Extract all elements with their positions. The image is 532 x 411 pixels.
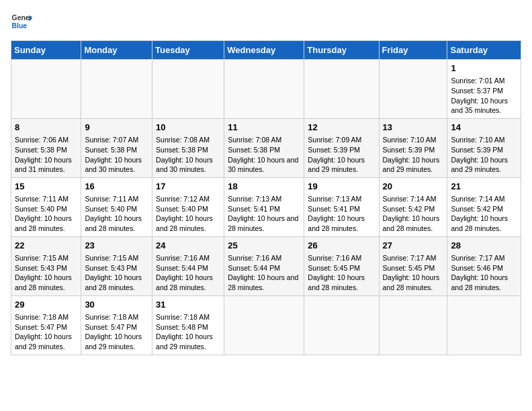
day-header-tuesday: Tuesday [152, 41, 224, 60]
calendar-cell-day-8: 8Sunrise: 7:06 AMSunset: 5:38 PMDaylight… [11, 118, 81, 177]
empty-cell [447, 295, 521, 355]
logo: General Blue [11, 11, 32, 32]
day-header-sunday: Sunday [11, 41, 81, 60]
calendar-cell-day-1: 1Sunrise: 7:01 AMSunset: 5:37 PMDaylight… [447, 60, 521, 119]
calendar-header-row: SundayMondayTuesdayWednesdayThursdayFrid… [11, 41, 521, 60]
day-header-wednesday: Wednesday [224, 41, 304, 60]
day-header-saturday: Saturday [447, 41, 521, 60]
calendar-week-row: 15Sunrise: 7:11 AMSunset: 5:40 PMDayligh… [11, 177, 521, 236]
calendar-cell-day-18: 18Sunrise: 7:13 AMSunset: 5:41 PMDayligh… [224, 177, 304, 236]
calendar-week-row: 22Sunrise: 7:15 AMSunset: 5:43 PMDayligh… [11, 236, 521, 295]
calendar-cell-day-15: 15Sunrise: 7:11 AMSunset: 5:40 PMDayligh… [11, 177, 81, 236]
logo-icon: General Blue [11, 11, 32, 32]
calendar-cell-day-23: 23Sunrise: 7:15 AMSunset: 5:43 PMDayligh… [81, 236, 152, 295]
day-header-friday: Friday [379, 41, 447, 60]
empty-cell [81, 60, 152, 119]
calendar-cell-day-30: 30Sunrise: 7:18 AMSunset: 5:47 PMDayligh… [81, 295, 152, 355]
empty-cell [224, 60, 304, 119]
day-header-monday: Monday [81, 41, 152, 60]
calendar-cell-day-20: 20Sunrise: 7:14 AMSunset: 5:42 PMDayligh… [379, 177, 447, 236]
calendar-cell-day-13: 13Sunrise: 7:10 AMSunset: 5:39 PMDayligh… [379, 118, 447, 177]
calendar-cell-day-19: 19Sunrise: 7:13 AMSunset: 5:41 PMDayligh… [304, 177, 379, 236]
calendar-cell-day-22: 22Sunrise: 7:15 AMSunset: 5:43 PMDayligh… [11, 236, 81, 295]
calendar-cell-day-24: 24Sunrise: 7:16 AMSunset: 5:44 PMDayligh… [152, 236, 224, 295]
calendar-cell-day-25: 25Sunrise: 7:16 AMSunset: 5:44 PMDayligh… [224, 236, 304, 295]
calendar-cell-day-14: 14Sunrise: 7:10 AMSunset: 5:39 PMDayligh… [447, 118, 521, 177]
empty-cell [379, 60, 447, 119]
calendar-cell-day-21: 21Sunrise: 7:14 AMSunset: 5:42 PMDayligh… [447, 177, 521, 236]
calendar-cell-day-9: 9Sunrise: 7:07 AMSunset: 5:38 PMDaylight… [81, 118, 152, 177]
calendar-cell-day-17: 17Sunrise: 7:12 AMSunset: 5:40 PMDayligh… [152, 177, 224, 236]
empty-cell [11, 60, 81, 119]
empty-cell [152, 60, 224, 119]
calendar-week-row: 1Sunrise: 7:01 AMSunset: 5:37 PMDaylight… [11, 60, 521, 119]
svg-text:Blue: Blue [12, 22, 28, 30]
calendar-week-row: 8Sunrise: 7:06 AMSunset: 5:38 PMDaylight… [11, 118, 521, 177]
calendar-table: SundayMondayTuesdayWednesdayThursdayFrid… [11, 40, 521, 355]
calendar-cell-day-31: 31Sunrise: 7:18 AMSunset: 5:48 PMDayligh… [152, 295, 224, 355]
calendar-cell-day-11: 11Sunrise: 7:08 AMSunset: 5:38 PMDayligh… [224, 118, 304, 177]
calendar-week-row: 29Sunrise: 7:18 AMSunset: 5:47 PMDayligh… [11, 295, 521, 355]
empty-cell [304, 60, 379, 119]
calendar-cell-day-28: 28Sunrise: 7:17 AMSunset: 5:46 PMDayligh… [447, 236, 521, 295]
calendar-cell-day-27: 27Sunrise: 7:17 AMSunset: 5:45 PMDayligh… [379, 236, 447, 295]
calendar-cell-day-29: 29Sunrise: 7:18 AMSunset: 5:47 PMDayligh… [11, 295, 81, 355]
calendar-cell-day-16: 16Sunrise: 7:11 AMSunset: 5:40 PMDayligh… [81, 177, 152, 236]
empty-cell [379, 295, 447, 355]
empty-cell [224, 295, 304, 355]
empty-cell [304, 295, 379, 355]
calendar-cell-day-26: 26Sunrise: 7:16 AMSunset: 5:45 PMDayligh… [304, 236, 379, 295]
page-header: General Blue [11, 11, 521, 32]
calendar-body: 1Sunrise: 7:01 AMSunset: 5:37 PMDaylight… [11, 60, 521, 355]
calendar-cell-day-10: 10Sunrise: 7:08 AMSunset: 5:38 PMDayligh… [152, 118, 224, 177]
day-header-thursday: Thursday [304, 41, 379, 60]
calendar-cell-day-12: 12Sunrise: 7:09 AMSunset: 5:39 PMDayligh… [304, 118, 379, 177]
